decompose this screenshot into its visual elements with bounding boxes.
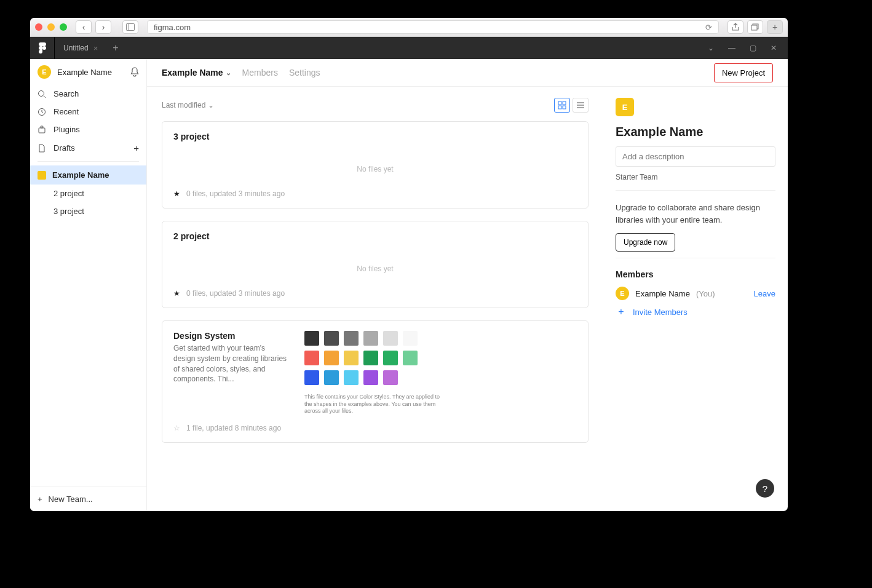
svg-rect-12: [558, 106, 561, 109]
sidebar-team[interactable]: Example Name: [30, 165, 146, 185]
sort-label: Last modified: [162, 101, 205, 109]
url-bar[interactable]: figma.com ⟳: [147, 20, 719, 34]
left-sidebar: E Example Name Search Recent Plugins Dr: [30, 59, 147, 511]
nav-search[interactable]: Search: [30, 85, 146, 103]
description-input[interactable]: [616, 146, 775, 167]
window-minimize-dot[interactable]: [47, 23, 55, 31]
maximize-icon[interactable]: ▢: [748, 44, 757, 52]
svg-rect-11: [563, 101, 566, 105]
app-tab-title: Untitled: [63, 44, 89, 52]
tab-members[interactable]: Members: [242, 68, 278, 77]
member-row: E Example Name (You) Leave: [616, 287, 775, 300]
project-card-title: 2 project: [173, 231, 577, 241]
star-icon[interactable]: ★: [173, 289, 180, 298]
project-card-0[interactable]: 3 project No files yet ★ 0 files, update…: [162, 121, 589, 209]
design-system-meta: 1 file, updated 8 minutes ago: [186, 424, 281, 432]
help-button[interactable]: ?: [756, 479, 774, 498]
color-swatch: [324, 331, 339, 346]
project-card-title: 3 project: [173, 132, 577, 141]
sidebar-project-1[interactable]: 3 project: [30, 202, 146, 220]
file-icon: [38, 144, 47, 153]
design-system-desc: Get started with your team's design syst…: [173, 343, 287, 384]
new-tab-button[interactable]: +: [767, 20, 783, 34]
window-close-dot[interactable]: [35, 23, 42, 31]
nav-drafts[interactable]: Drafts +: [30, 138, 146, 157]
color-swatch: [344, 351, 359, 365]
figma-logo-icon[interactable]: [30, 37, 55, 59]
list-view-button[interactable]: [573, 98, 589, 113]
sort-dropdown[interactable]: Last modified ⌄: [162, 101, 214, 109]
you-label: (You): [696, 289, 715, 298]
plugin-icon: [38, 125, 47, 134]
avatar: E: [38, 65, 51, 79]
members-heading: Members: [616, 269, 775, 279]
new-app-tab-button[interactable]: +: [106, 42, 124, 54]
divider: [616, 258, 775, 258]
color-swatch: [324, 370, 339, 385]
sidebar-project-0[interactable]: 2 project: [30, 185, 146, 202]
search-icon: [38, 90, 47, 98]
divider: [38, 161, 139, 162]
chevron-down-icon: ⌄: [226, 69, 231, 77]
close-tab-icon[interactable]: ×: [93, 44, 98, 53]
svg-point-5: [39, 90, 44, 96]
svg-rect-9: [41, 126, 43, 128]
nav-forward-button[interactable]: ›: [95, 20, 111, 34]
bell-icon[interactable]: [130, 67, 139, 77]
chevron-down-icon: ⌄: [208, 101, 214, 109]
grid-view-button[interactable]: [554, 98, 570, 113]
no-files-text: No files yet: [173, 144, 577, 189]
color-swatch: [363, 351, 378, 365]
color-swatch: [403, 331, 418, 346]
user-name: Example Name: [57, 68, 124, 77]
svg-rect-8: [39, 128, 45, 133]
new-team-label: New Team...: [49, 495, 93, 504]
color-swatch: [344, 331, 359, 346]
design-system-card[interactable]: Design System Get started with your team…: [162, 320, 589, 443]
color-swatch: [383, 370, 398, 385]
nav-plugins[interactable]: Plugins: [30, 121, 146, 138]
project-card-1[interactable]: 2 project No files yet ★ 0 files, update…: [162, 221, 589, 308]
color-swatch: [403, 351, 418, 365]
color-swatch: [324, 351, 339, 365]
plus-icon: +: [616, 306, 627, 317]
invite-members-link[interactable]: + Invite Members: [616, 306, 775, 317]
star-outline-icon[interactable]: ☆: [173, 424, 180, 432]
share-button[interactable]: [727, 20, 743, 34]
member-name: Example Name: [635, 289, 690, 298]
star-icon[interactable]: ★: [173, 189, 180, 198]
tab-settings[interactable]: Settings: [289, 68, 320, 77]
close-icon[interactable]: ✕: [769, 44, 778, 52]
plan-label: Starter Team: [616, 173, 775, 181]
app-tab[interactable]: Untitled ×: [55, 37, 106, 59]
invite-label: Invite Members: [633, 308, 688, 317]
chevron-down-icon[interactable]: ⌄: [707, 44, 715, 52]
top-bar: Example Name ⌄ Members Settings New Proj…: [147, 59, 788, 87]
upgrade-button[interactable]: Upgrade now: [616, 233, 675, 252]
minimize-icon[interactable]: —: [727, 44, 736, 52]
sidebar-toggle-button[interactable]: [122, 20, 138, 34]
main-area: Example Name ⌄ Members Settings New Proj…: [147, 59, 788, 511]
nav-back-button[interactable]: ‹: [76, 20, 92, 34]
color-swatch: [363, 331, 378, 346]
color-swatch: [344, 370, 359, 385]
new-project-button[interactable]: New Project: [714, 63, 773, 82]
leave-link[interactable]: Leave: [754, 289, 775, 298]
user-row[interactable]: E Example Name: [30, 59, 146, 85]
window-zoom-dot[interactable]: [60, 23, 67, 31]
no-files-text: No files yet: [173, 244, 577, 289]
tabs-button[interactable]: [747, 20, 763, 34]
browser-chrome: ‹ › figma.com ⟳ +: [30, 18, 788, 37]
breadcrumb[interactable]: Example Name ⌄: [162, 68, 231, 77]
nav-recent[interactable]: Recent: [30, 103, 146, 121]
svg-rect-3: [751, 25, 757, 30]
clock-icon: [38, 108, 47, 116]
new-team-button[interactable]: + New Team...: [30, 487, 146, 511]
color-swatch: [383, 351, 398, 365]
reload-icon[interactable]: ⟳: [705, 23, 712, 32]
design-system-title: Design System: [173, 331, 287, 341]
design-system-caption: This file contains your Color Styles. Th…: [304, 394, 446, 415]
svg-rect-0: [127, 24, 135, 31]
svg-rect-10: [558, 101, 561, 105]
new-draft-button[interactable]: +: [133, 143, 139, 153]
